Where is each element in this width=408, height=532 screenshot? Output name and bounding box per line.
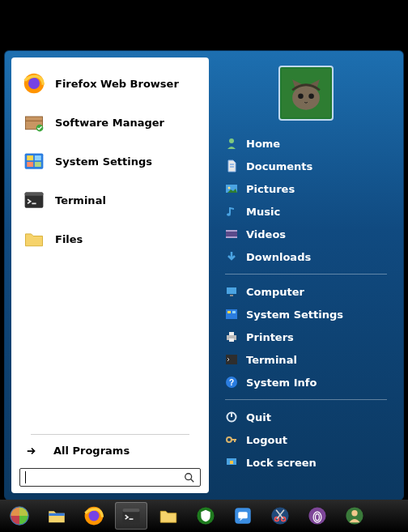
places-item-label: Documents — [246, 160, 312, 172]
arrow-right-icon — [26, 445, 37, 457]
app-item-firefox[interactable]: Firefox Web Browser — [11, 64, 209, 103]
places-item-pictures[interactable]: Pictures — [219, 177, 393, 200]
places-item-printers[interactable]: Printers — [219, 326, 393, 348]
svg-line-14 — [191, 479, 194, 482]
folder-icon — [23, 228, 45, 250]
terminal-icon — [23, 189, 45, 211]
printer-icon — [225, 330, 238, 343]
places-item-music[interactable]: Music — [219, 200, 393, 223]
taskbar-item-file-manager[interactable] — [40, 502, 73, 530]
search-input-wrap[interactable] — [19, 468, 201, 487]
places-item-label: Terminal — [246, 354, 297, 366]
taskbar-item-tor[interactable] — [301, 502, 334, 530]
places-item-downloads[interactable]: Downloads — [219, 245, 393, 268]
session-item-quit[interactable]: Quit — [219, 406, 393, 428]
app-item-files[interactable]: Files — [11, 219, 209, 258]
places-item-terminal[interactable]: Terminal — [219, 348, 393, 371]
session-item-label: Quit — [246, 411, 271, 423]
svg-rect-34 — [229, 332, 234, 335]
divider — [31, 434, 189, 435]
app-item-software-manager[interactable]: Software Manager — [11, 103, 209, 142]
taskbar-item-user[interactable] — [338, 502, 371, 530]
places-item-label: Computer — [246, 286, 304, 298]
taskbar-item-shield[interactable] — [189, 502, 222, 530]
svg-point-19 — [229, 138, 234, 143]
places-item-system-info[interactable]: ? System Info — [219, 371, 393, 394]
app-item-label: Software Manager — [55, 117, 164, 129]
svg-rect-45 — [230, 461, 233, 464]
lock-monitor-icon — [225, 456, 238, 469]
scissors-icon — [270, 505, 291, 526]
terminal-icon — [121, 505, 142, 526]
places-item-system-settings[interactable]: System Settings — [219, 303, 393, 326]
svg-rect-11 — [25, 192, 44, 195]
divider — [225, 274, 387, 275]
user-avatar-icon — [344, 505, 365, 526]
start-orb-icon — [9, 505, 30, 526]
start-menu-left-panel: Firefox Web Browser Software Manager Sys… — [11, 57, 209, 493]
svg-rect-52 — [122, 509, 139, 512]
divider — [225, 399, 387, 400]
svg-rect-28 — [227, 287, 236, 294]
svg-point-24 — [227, 213, 231, 216]
settings-panel-icon — [225, 308, 238, 321]
svg-rect-8 — [27, 162, 33, 167]
package-icon — [23, 111, 45, 134]
svg-point-1 — [28, 78, 40, 89]
text-caret — [25, 471, 26, 483]
taskbar-start-button[interactable] — [3, 502, 36, 530]
svg-rect-32 — [232, 311, 236, 313]
svg-rect-36 — [226, 355, 237, 364]
taskbar-item-chat[interactable] — [227, 502, 259, 530]
search-icon — [184, 472, 195, 483]
places-item-label: Music — [246, 206, 280, 218]
all-programs-label: All Programs — [53, 445, 130, 457]
places-item-label: Downloads — [246, 251, 311, 263]
all-programs-button[interactable]: All Programs — [11, 438, 209, 463]
taskbar-item-folder[interactable] — [152, 502, 185, 530]
places-item-home[interactable]: Home — [219, 132, 393, 155]
places-item-label: Pictures — [246, 183, 295, 195]
svg-point-18 — [308, 93, 314, 99]
places-item-documents[interactable]: Documents — [219, 155, 393, 177]
svg-rect-35 — [229, 338, 234, 342]
firefox-icon — [83, 505, 104, 526]
home-user-icon — [225, 137, 238, 150]
places-item-label: System Settings — [246, 309, 343, 321]
svg-text:?: ? — [229, 378, 234, 387]
folder-icon — [158, 505, 179, 526]
svg-rect-30 — [226, 309, 237, 319]
session-item-lock-screen[interactable]: Lock screen — [219, 451, 393, 474]
app-item-system-settings[interactable]: System Settings — [11, 142, 209, 181]
session-item-logout[interactable]: Logout — [219, 428, 393, 451]
app-item-terminal[interactable]: Terminal — [11, 181, 209, 219]
places-item-label: Videos — [246, 228, 286, 240]
taskbar-item-snip[interactable] — [264, 502, 296, 530]
onion-icon — [307, 505, 328, 526]
svg-rect-56 — [238, 512, 247, 518]
app-item-label: Firefox Web Browser — [55, 78, 179, 90]
taskbar-item-terminal[interactable] — [115, 502, 147, 530]
music-note-icon — [225, 205, 238, 218]
session-item-label: Lock screen — [246, 457, 317, 469]
search-input[interactable] — [31, 471, 179, 483]
taskbar-item-firefox[interactable] — [78, 502, 110, 530]
places-item-label: Home — [246, 138, 280, 150]
power-icon — [225, 411, 238, 423]
places-item-videos[interactable]: Videos — [219, 223, 393, 245]
taskbar — [0, 500, 408, 532]
svg-point-62 — [308, 507, 325, 524]
shield-circle-icon — [195, 505, 216, 526]
user-avatar[interactable] — [278, 66, 334, 121]
app-item-label: Terminal — [55, 194, 106, 206]
download-arrow-icon — [225, 250, 238, 263]
places-item-computer[interactable]: Computer — [219, 280, 393, 303]
key-icon — [225, 433, 238, 446]
firefox-icon — [23, 72, 45, 95]
svg-point-17 — [298, 93, 304, 99]
svg-point-13 — [185, 473, 192, 479]
places-item-label: Printers — [246, 331, 294, 343]
start-menu-right-panel: Home Documents Pictures Music Videos Dow… — [215, 57, 397, 493]
svg-rect-29 — [230, 295, 233, 296]
chat-bubble-icon — [232, 505, 253, 526]
